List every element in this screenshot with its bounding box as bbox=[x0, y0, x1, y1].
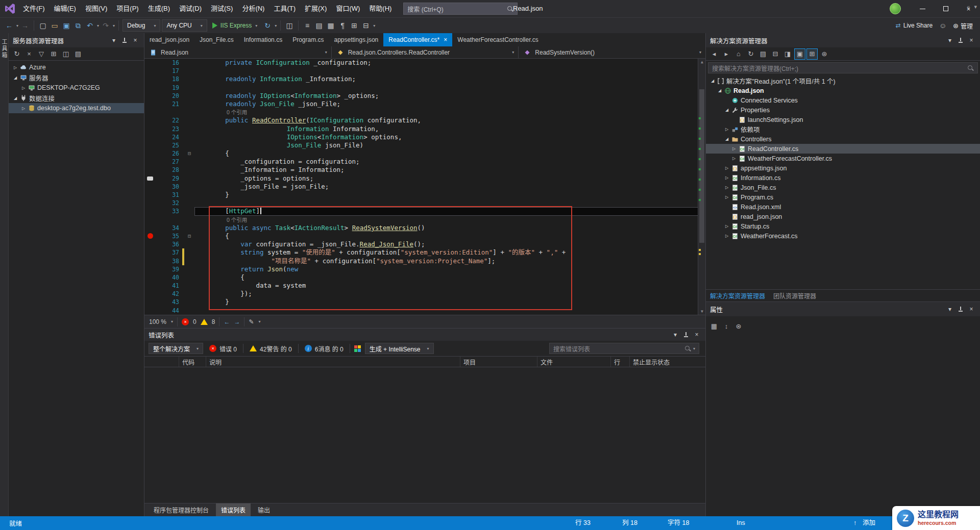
expander-icon[interactable]: ▷ bbox=[20, 106, 27, 111]
code-text[interactable] bbox=[194, 67, 705, 75]
scroll-up-icon[interactable]: ▲ bbox=[698, 60, 705, 64]
menu-测试-s[interactable]: 测试(S) bbox=[206, 0, 237, 17]
code-text[interactable]: "项目名称是" + configuration["system_version:… bbox=[194, 257, 705, 265]
window-position-icon[interactable]: ▾ bbox=[945, 305, 954, 314]
minimize-button[interactable] bbox=[911, 0, 934, 17]
tree-item-properties[interactable]: ◢Properties bbox=[706, 105, 980, 115]
menu-窗口-w[interactable]: 窗口(W) bbox=[331, 0, 364, 17]
glyph-margin[interactable] bbox=[144, 75, 157, 83]
code-text[interactable]: _Information = Information; bbox=[194, 166, 705, 174]
home-icon[interactable]: ⌂ bbox=[733, 48, 744, 60]
code-text[interactable]: { bbox=[194, 273, 705, 282]
debug-configuration-select[interactable]: Debug ▾ bbox=[122, 19, 160, 32]
glyph-margin[interactable] bbox=[144, 183, 157, 191]
close-panel-icon[interactable]: × bbox=[967, 305, 976, 314]
expander-icon[interactable]: ▷ bbox=[723, 224, 730, 229]
menu-分析-n[interactable]: 分析(N) bbox=[237, 0, 269, 17]
open-file-icon[interactable]: ▭ bbox=[50, 19, 60, 32]
tree-item-azure[interactable]: ▷Azure bbox=[9, 62, 144, 72]
collapse-all-icon[interactable]: ⊟ bbox=[770, 48, 781, 60]
code-text[interactable]: public async Task<IActionResult> ReadSys… bbox=[194, 224, 705, 232]
menu-文件-f[interactable]: 文件(F) bbox=[18, 0, 50, 17]
code-text[interactable]: { bbox=[194, 232, 705, 240]
glyph-margin[interactable] bbox=[144, 257, 157, 265]
close-panel-icon[interactable]: × bbox=[131, 36, 140, 45]
menu-调试-d[interactable]: 调试(D) bbox=[175, 0, 206, 17]
close-panel-icon[interactable]: × bbox=[692, 330, 701, 339]
breakpoint-indicator[interactable] bbox=[148, 233, 153, 239]
tab-appsettings-json[interactable]: appsettings.json bbox=[329, 33, 384, 46]
tree-item-program-cs[interactable]: ▷C#Program.cs bbox=[706, 192, 980, 202]
tree-item-解决方案-read-json-1-个项目-共-1-个[interactable]: ◢解决方案"Read.json"(1 个项目/共 1 个) bbox=[706, 76, 980, 86]
code-text[interactable]: string system = "使用的是" + configuration["… bbox=[194, 248, 705, 257]
glyph-margin[interactable] bbox=[144, 59, 157, 67]
tree-item-json-file-cs[interactable]: ▷C#Json_File.cs bbox=[706, 183, 980, 192]
code-text[interactable]: } bbox=[194, 191, 705, 199]
pin-icon[interactable] bbox=[956, 305, 965, 314]
settings-icon[interactable]: ⊛ bbox=[819, 48, 830, 60]
scope-filter-select[interactable]: 整个解决方案 ▾ bbox=[149, 343, 203, 354]
code-text[interactable]: 0 个引用 bbox=[194, 108, 705, 116]
menu-生成-b[interactable]: 生成(B) bbox=[143, 0, 175, 17]
warning-indicator-icon[interactable] bbox=[201, 319, 208, 325]
pin-icon[interactable] bbox=[681, 330, 691, 339]
column-header[interactable]: 行 bbox=[611, 357, 630, 367]
user-avatar[interactable] bbox=[890, 3, 901, 14]
live-share-button[interactable]: ⇄ Live Share bbox=[896, 22, 933, 29]
code-text[interactable]: return Json(new bbox=[194, 265, 705, 273]
column-header[interactable]: 说明 bbox=[206, 357, 460, 367]
scroll-down-icon[interactable]: ▼ bbox=[698, 309, 705, 314]
platform-select[interactable]: Any CPU ▾ bbox=[162, 19, 207, 32]
undo-dropdown-icon[interactable]: ▾ bbox=[97, 23, 99, 28]
panel-tab-解决方案资源管理器[interactable]: 解决方案资源管理器 bbox=[710, 291, 765, 300]
glyph-margin[interactable] bbox=[144, 125, 157, 133]
column-header[interactable]: 文件 bbox=[537, 357, 611, 367]
pen-dropdown-icon[interactable]: ▾ bbox=[258, 319, 260, 324]
column-header[interactable]: 项目 bbox=[460, 357, 537, 367]
forward-icon[interactable]: ▸ bbox=[721, 48, 732, 60]
stop-icon[interactable]: × bbox=[23, 48, 35, 60]
expander-icon[interactable]: ▷ bbox=[20, 86, 27, 90]
bottom-tab-错误列表[interactable]: 错误列表 bbox=[216, 503, 251, 516]
tab-readcontroller-cs[interactable]: ReadController.cs*× bbox=[383, 33, 452, 46]
errors-filter-button[interactable]: × 错误 0 bbox=[207, 343, 239, 354]
error-indicator-icon[interactable]: × bbox=[182, 318, 189, 325]
categorized-icon[interactable]: ▦ bbox=[708, 320, 720, 332]
pen-icon[interactable]: ✎ bbox=[249, 318, 254, 325]
glyph-margin[interactable] bbox=[144, 298, 157, 306]
expander-icon[interactable]: ◢ bbox=[723, 108, 730, 112]
expander-icon[interactable]: ▷ bbox=[723, 175, 730, 180]
code-text[interactable]: Information Information, bbox=[194, 125, 705, 133]
code-text[interactable]: private IConfiguration _configuration; bbox=[194, 59, 705, 67]
code-text[interactable]: Json_File json_File) bbox=[194, 141, 705, 149]
expander-icon[interactable]: ▷ bbox=[730, 156, 738, 161]
tree-item-依赖项[interactable]: ▷依赖项 bbox=[706, 124, 980, 134]
maximize-button[interactable] bbox=[934, 0, 957, 17]
hot-reload-dropdown-icon[interactable]: ▾ bbox=[275, 23, 277, 28]
glyph-margin[interactable] bbox=[144, 141, 157, 149]
window-position-icon[interactable]: ▾ bbox=[945, 36, 954, 45]
expander-icon[interactable]: ◢ bbox=[12, 96, 19, 100]
filter-columns-icon[interactable] bbox=[354, 345, 361, 352]
scrollbar-thumb[interactable] bbox=[699, 89, 704, 243]
zoom-level[interactable]: 100 % bbox=[149, 318, 166, 325]
alphabetical-icon[interactable]: ↕ bbox=[721, 320, 732, 332]
tree-item-connected-services[interactable]: Connected Services bbox=[706, 95, 980, 105]
tree-item-controllers[interactable]: ◢Controllers bbox=[706, 134, 980, 144]
menu-扩展-x[interactable]: 扩展(X) bbox=[300, 0, 331, 17]
fold-marker[interactable]: ⊟ bbox=[184, 149, 194, 158]
connect-database-icon[interactable]: ◫ bbox=[60, 48, 71, 60]
quick-search-box[interactable]: 搜索 (Ctrl+Q) bbox=[403, 3, 518, 15]
toolbar-options-dropdown-icon[interactable]: ▾ bbox=[373, 23, 375, 28]
menu-项目-p[interactable]: 项目(P) bbox=[112, 0, 143, 17]
fold-marker[interactable]: ⊟ bbox=[184, 232, 194, 240]
tab-list-dropdown-icon[interactable]: ▾ bbox=[974, 4, 977, 10]
start-debugging-button[interactable]: IIS Express ▾ bbox=[209, 19, 261, 32]
glyph-margin[interactable] bbox=[144, 108, 157, 116]
bottom-tab-输出[interactable]: 输出 bbox=[253, 503, 275, 516]
tab-information-cs[interactable]: Information.cs bbox=[239, 33, 287, 46]
breadcrumb-type[interactable]: Read.json.Controllers.ReadController ▾ bbox=[332, 46, 519, 58]
filter-icon[interactable]: ▽ bbox=[36, 48, 47, 60]
code-text[interactable]: _options = options; bbox=[194, 174, 705, 183]
window-position-icon[interactable]: ▾ bbox=[109, 36, 118, 45]
